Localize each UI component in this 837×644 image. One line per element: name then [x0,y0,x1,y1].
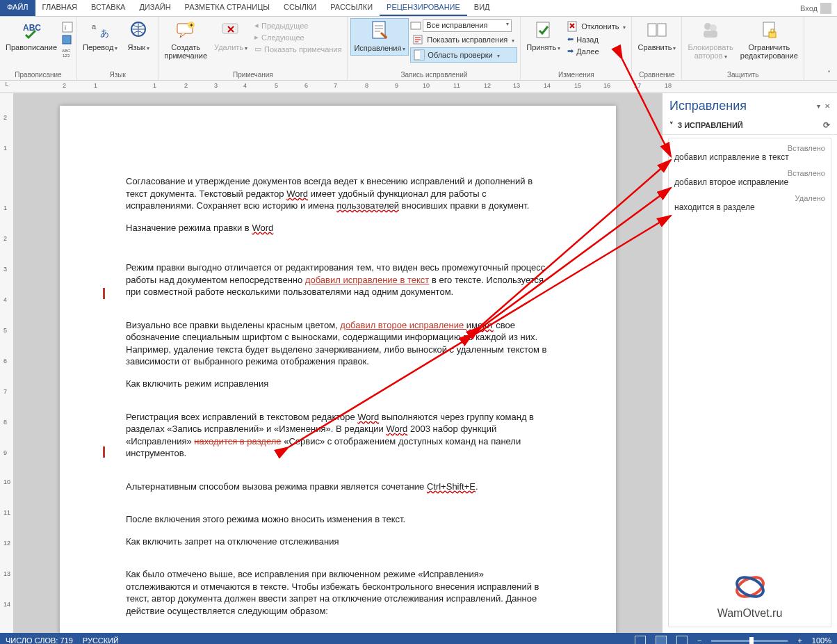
watermark-logo: WamOtvet.ru [669,570,831,620]
compare-label: Сравнить [637,43,676,53]
zoom-out-icon[interactable]: − [697,636,701,644]
block-authors-button[interactable]: Блокировать авторов [685,18,736,63]
prev-change-label: Назад [576,35,599,44]
display-review-icon [410,20,421,31]
delete-comment-button[interactable]: Удалить [211,18,250,54]
translate-button[interactable]: aあ Перевод [80,18,120,54]
track-changes-icon [368,20,391,42]
tab-home[interactable]: ГЛАВНАЯ [35,0,84,16]
reject-label: Отклонить [581,22,619,31]
track-changes-button[interactable]: Исправления [350,18,409,56]
next-change-icon: ➡ [567,47,574,56]
view-web-icon[interactable] [676,636,688,644]
next-change-label: Далее [576,47,599,56]
next-comment-icon: ▸ [254,33,259,42]
tab-review[interactable]: РЕЦЕНЗИРОВАНИЕ [380,0,467,16]
thesaurus-icon[interactable] [61,33,74,46]
refresh-icon[interactable]: ⟳ [823,120,830,130]
revision-text: добавил исправление в текст [674,152,825,162]
compare-button[interactable]: Сравнить [635,18,678,54]
status-bar: ЧИСЛО СЛОВ: 719 РУССКИЙ − + 100% [0,633,837,644]
group-protect-label: Защитить [685,70,800,80]
svg-point-29 [733,574,765,601]
view-readmode-icon[interactable] [635,636,646,644]
tab-references[interactable]: ССЫЛКИ [277,0,323,16]
group-comments-label: Примечания [161,70,344,80]
restrict-edit-button[interactable]: Ограничить редактирование [738,18,801,61]
tab-file[interactable]: ФАЙЛ [0,0,35,16]
status-wordcount[interactable]: ЧИСЛО СЛОВ: 719 [6,636,73,644]
revisions-list: Вставлено добавил исправление в текст Вс… [668,138,831,627]
display-review-combo[interactable]: Все исправления [423,19,512,32]
insertion-2: добавил второе исправление [340,320,466,330]
wordcount-icon[interactable]: ABC123 [61,46,74,58]
collapse-ribbon-icon[interactable]: ˄ [824,17,837,80]
prev-change-button[interactable]: ⬅Назад [564,33,628,45]
new-comment-button[interactable]: ✦ Создать примечание [161,18,210,61]
prev-comment-icon: ◂ [254,21,259,30]
paragraph: Альтернативным способом вызова режима пр… [126,481,550,493]
tab-insert[interactable]: ВСТАВКА [84,0,132,16]
reject-arrow [621,22,626,31]
reject-button[interactable]: Отклонить [564,19,628,33]
deletion-1: находится в разделе [194,436,281,446]
reviewing-pane-button[interactable]: Область проверки [410,47,517,63]
group-language: aあ Перевод Язык Язык [77,17,159,80]
pane-close-icon[interactable]: ✕ [824,102,830,110]
tab-design[interactable]: ДИЗАЙН [132,0,177,16]
vertical-ruler[interactable]: 21 123 456 789 101112 1314 [0,93,14,633]
ribbon: ABC Правописание i ABC123 Правописание a… [0,17,837,81]
group-tracking-label: Запись исправлений [350,70,517,80]
pane-menu-icon[interactable]: ▾ [817,102,820,110]
show-markup-icon [413,34,424,45]
zoom-slider[interactable] [711,640,788,642]
svg-rect-3 [63,35,71,44]
svg-text:あ: あ [100,28,109,38]
define-icon[interactable]: i [61,21,74,33]
new-comment-label: Создать примечание [164,43,207,60]
revision-item[interactable]: Удалено находится в разделе [674,194,825,212]
chevron-down-icon: ˅ [669,121,674,130]
revision-text: добавил второе исправление [674,177,825,187]
login-link[interactable]: Вход [795,0,837,16]
view-print-icon[interactable] [656,636,667,644]
status-language[interactable]: РУССКИЙ [83,636,119,644]
paragraph: Режим правки выгодно отличается от редак… [126,261,550,298]
show-markup-button[interactable]: Показать исправления [410,33,517,47]
accept-button[interactable]: Принять [523,18,563,54]
restrict-edit-icon [758,19,780,42]
tab-layout[interactable]: РАЗМЕТКА СТРАНИЦЫ [178,0,277,16]
page: Согласование и утверждение документов вс… [60,106,616,633]
spelling-button[interactable]: ABC Правописание [3,18,60,53]
ribbon-tabs: ФАЙЛ ГЛАВНАЯ ВСТАВКА ДИЗАЙН РАЗМЕТКА СТР… [0,0,837,17]
zoom-in-icon[interactable]: + [797,636,802,644]
zoom-level[interactable]: 100% [812,636,831,644]
spelling-label: Правописание [6,43,57,51]
group-spelling-label: Правописание [3,70,74,80]
revision-item[interactable]: Вставлено добавил исправление в текст [674,144,825,162]
ruler-corner: L [0,81,14,92]
horizontal-ruler[interactable]: L 21 123 456 789 101112 131415 161718 [0,81,837,93]
next-comment-label: Следующее [261,33,304,42]
revision-item[interactable]: Вставлено добавил второе исправление [674,169,825,187]
language-button[interactable]: Язык [122,18,155,54]
svg-rect-20 [648,24,656,36]
watermark-text: WamOtvet.ru [669,607,831,620]
next-change-button[interactable]: ➡Далее [564,45,628,57]
reject-icon [567,21,578,32]
reviewing-pane-icon [414,49,425,61]
tab-mailings[interactable]: РАССЫЛКИ [323,0,380,16]
prev-comment-button[interactable]: ◂Предыдущее [252,19,344,31]
group-compare-label: Сравнение [635,70,678,80]
revision-type: Вставлено [674,169,825,177]
group-protect: Блокировать авторов Ограничить редактиро… [682,17,804,80]
next-comment-button[interactable]: ▸Следующее [252,31,344,43]
group-spelling: ABC Правописание i ABC123 Правописание [0,17,77,80]
revisions-count-bar[interactable]: ˅ 3 ИСПРАВЛЕНИЙ ⟳ [663,116,837,135]
show-comments-button[interactable]: ▭Показать примечания [252,43,344,55]
login-label: Вход [800,4,818,13]
paragraph: Визуально все правки выделены красным цв… [126,319,550,368]
tab-view[interactable]: ВИД [467,0,497,16]
document-area[interactable]: Согласование и утверждение документов вс… [14,93,662,633]
reviewing-pane-arrow [496,51,500,59]
